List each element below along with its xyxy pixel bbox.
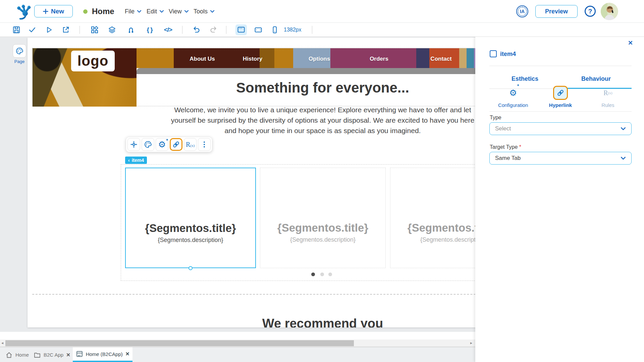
house-icon <box>5 351 13 359</box>
components-button[interactable] <box>89 24 100 35</box>
nav-options[interactable]: Options <box>309 56 330 62</box>
menu-tools[interactable]: Tools <box>194 0 215 23</box>
carousel-dot[interactable] <box>320 273 324 276</box>
horizontal-scrollbar[interactable]: ◂ ▸ <box>0 340 475 347</box>
validate-button[interactable] <box>26 24 38 35</box>
carousel-dot[interactable] <box>328 273 332 276</box>
panel-close-icon[interactable]: ✕ <box>628 39 633 47</box>
nav-history[interactable]: History <box>243 56 263 62</box>
nav-about-us[interactable]: About Us <box>190 56 215 62</box>
tab-home-b2capp-label: Home (B2CApp) <box>86 351 123 357</box>
panel-subtabs: ⚙✦ Configuration Hyperlink R(x) Rules <box>489 85 632 112</box>
hyperlink-button[interactable] <box>170 138 182 151</box>
canvas-footer-strip <box>0 332 475 340</box>
rules-button[interactable]: R(x) <box>184 138 197 151</box>
segment-card[interactable]: {Segmentos.title} {Segmentos.description… <box>260 168 386 268</box>
ia-badge[interactable]: IA <box>516 5 528 17</box>
bottom-tab-bar: Home B2C App ✕ Home (B2CApp) ✕ <box>0 347 475 362</box>
gear-sparkle-icon: ⚙✦ <box>158 140 166 149</box>
rules-icon: R(x) <box>186 141 195 148</box>
page-tool[interactable]: Page <box>13 44 26 64</box>
panel-divider <box>489 66 632 66</box>
new-button[interactable]: New <box>34 5 73 17</box>
tab-home-label: Home <box>15 352 29 358</box>
kebab-icon <box>204 141 205 147</box>
configuration-button[interactable]: ⚙✦ <box>156 138 168 151</box>
app-logo-icon[interactable] <box>16 4 31 20</box>
subtab-rules[interactable]: R(x) Rules <box>584 85 632 108</box>
close-icon[interactable]: ✕ <box>125 351 130 357</box>
help-button[interactable]: ? <box>585 6 596 17</box>
preview-button-label: Preview <box>545 8 568 15</box>
undo-button[interactable] <box>191 24 202 35</box>
scroll-left-arrow[interactable]: ◂ <box>1 341 3 345</box>
new-button-label: New <box>51 8 64 15</box>
more-options-button[interactable] <box>198 138 211 151</box>
chevron-down-icon <box>137 9 142 13</box>
esthetics-button[interactable] <box>142 138 154 151</box>
folder-icon <box>34 351 41 359</box>
subtab-configuration[interactable]: ⚙✦ Configuration <box>489 85 537 108</box>
type-field-label: Type <box>490 115 501 121</box>
ia-badge-label: IA <box>520 9 525 14</box>
status-dot <box>83 9 88 14</box>
source-code-button[interactable]: </> <box>162 24 174 35</box>
design-canvas[interactable]: logo About Us History Options Orders Con… <box>28 38 514 327</box>
type-select-value: Select <box>495 125 511 132</box>
tab-b2c-app-label: B2C App <box>44 352 63 358</box>
user-avatar[interactable] <box>601 3 618 20</box>
type-select[interactable]: Select <box>489 122 632 135</box>
plus-icon <box>43 9 48 14</box>
tablet-view-button[interactable] <box>253 24 264 35</box>
scrollbar-thumb[interactable] <box>5 340 354 346</box>
menu-edit[interactable]: Edit <box>147 0 164 23</box>
site-logo[interactable]: logo <box>71 51 115 71</box>
phone-view-button[interactable] <box>269 24 280 35</box>
subtab-hyperlink[interactable]: Hyperlink <box>537 85 584 108</box>
desktop-view-button[interactable] <box>235 24 247 35</box>
tab-home[interactable]: Home <box>5 347 29 362</box>
carousel-dot-active[interactable] <box>311 273 315 276</box>
braces-icon: { } <box>147 26 152 34</box>
nav-contact[interactable]: Contact <box>430 56 451 62</box>
menu-edit-label: Edit <box>147 8 157 15</box>
chevron-down-icon <box>621 156 626 161</box>
hero-paragraph-line: and hope your time in our space is as sp… <box>171 125 474 136</box>
chevron-left-icon: ‹ <box>128 158 130 163</box>
move-button[interactable] <box>127 138 140 151</box>
hero-title: Something for everyone... <box>236 80 409 96</box>
hero-section[interactable]: logo About Us History Options Orders Con… <box>32 48 509 106</box>
link-icon <box>172 140 180 148</box>
close-icon[interactable]: ✕ <box>66 352 70 358</box>
project-header: Home <box>83 0 114 23</box>
page-tool-label: Page <box>13 59 26 64</box>
menu-view[interactable]: View <box>169 0 189 23</box>
menu-file-label: File <box>125 8 135 15</box>
tab-home-b2capp-active[interactable]: Home (B2CApp) ✕ <box>73 347 132 362</box>
toolbar-divider <box>79 26 80 34</box>
rules-icon: R(x) <box>603 85 612 100</box>
target-type-select-value: Same Tab <box>495 155 521 162</box>
subtab-rules-label: Rules <box>601 102 614 108</box>
chevron-down-icon <box>621 126 626 131</box>
variables-button[interactable]: { } <box>144 24 155 35</box>
resize-handle[interactable] <box>189 266 193 270</box>
toolbar-divider <box>312 26 312 34</box>
nav-orders[interactable]: Orders <box>370 56 388 62</box>
selection-badge[interactable]: ‹ item4 <box>125 157 147 164</box>
scroll-right-arrow[interactable]: ▸ <box>470 341 472 345</box>
link-icon-highlighted <box>553 86 568 100</box>
menu-file[interactable]: File <box>125 0 142 23</box>
element-checkbox[interactable] <box>490 50 497 57</box>
run-button[interactable] <box>43 24 55 35</box>
segment-card-selected[interactable]: {Segmentos.title} {Segmentos.description… <box>125 168 256 268</box>
layers-button[interactable] <box>106 24 118 35</box>
save-button[interactable] <box>11 24 22 35</box>
preview-button[interactable]: Preview <box>535 5 578 18</box>
target-type-select[interactable]: Same Tab <box>489 152 632 165</box>
tab-b2c-app[interactable]: B2C App ✕ <box>34 347 70 362</box>
redo-button[interactable] <box>208 24 219 35</box>
window-icon <box>76 350 83 358</box>
connections-button[interactable] <box>125 24 137 35</box>
export-button[interactable] <box>60 24 71 35</box>
